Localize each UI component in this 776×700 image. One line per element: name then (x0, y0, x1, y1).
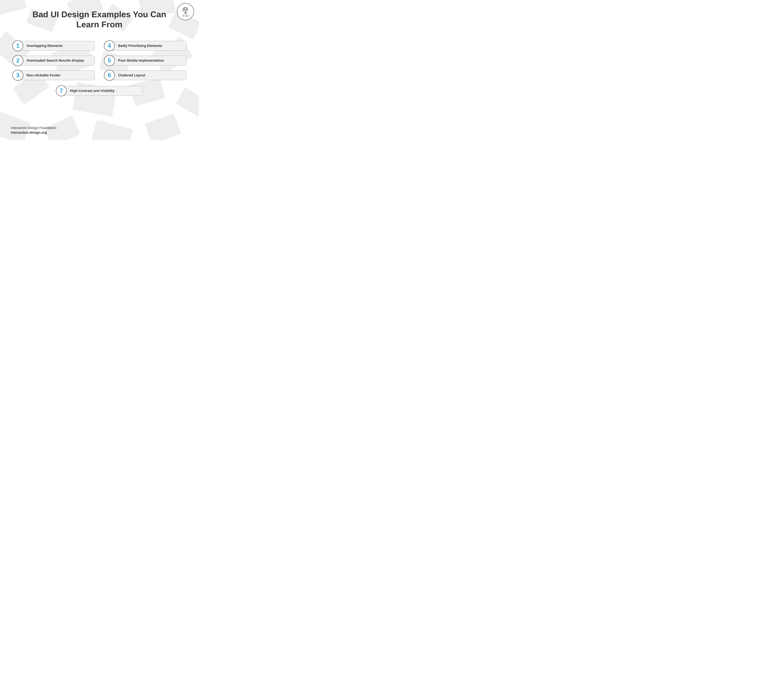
item-number: 4 (104, 40, 115, 51)
page-title: Bad UI Design Examples You Can Learn Fro… (11, 9, 188, 30)
item-number: 2 (12, 55, 23, 66)
svg-rect-10 (187, 10, 188, 11)
svg-rect-5 (184, 9, 185, 10)
svg-rect-3 (187, 8, 188, 9)
list-item: 3 Non-clickable Footer (12, 70, 95, 81)
list-item: 5 Poor Mobile Implementation (104, 55, 186, 66)
item-label: Cluttered Layout (110, 70, 186, 80)
item-label: Overlapping Elements (18, 41, 95, 51)
items-grid: 1 Overlapping Elements 4 Badly Prioritiz… (11, 40, 188, 81)
footer-url: interaction-design.org (11, 130, 57, 135)
footer-org-name: Interaction Design Foundation (11, 126, 57, 130)
svg-rect-8 (183, 10, 184, 11)
footer: Interaction Design Foundation interactio… (11, 126, 57, 135)
svg-rect-9 (185, 10, 186, 11)
item-number: 3 (12, 70, 23, 81)
svg-rect-6 (186, 9, 187, 10)
item-number: 6 (104, 70, 115, 81)
list-item: 6 Cluttered Layout (104, 70, 186, 81)
item-label: Badly Prioritizing Elements (110, 41, 186, 51)
item-label: Non-clickable Footer (18, 70, 95, 80)
item-label: High Contrast and Visibility (61, 86, 143, 96)
item-number: 7 (56, 85, 67, 96)
center-row: 7 High Contrast and Visibility (11, 85, 188, 96)
list-item: 7 High Contrast and Visibility (56, 85, 143, 96)
logo-est-text: Est. 2002 (183, 15, 188, 17)
tree-icon (182, 7, 189, 15)
idf-logo: Est. 2002 (177, 3, 194, 20)
list-item: 2 Overloaded Search Results Display (12, 55, 95, 66)
item-number: 5 (104, 55, 115, 66)
item-number: 1 (12, 40, 23, 51)
list-item: 1 Overlapping Elements (12, 40, 95, 51)
svg-rect-4 (182, 9, 183, 10)
svg-rect-1 (183, 8, 184, 9)
svg-rect-2 (185, 7, 186, 8)
item-label: Overloaded Search Results Display (18, 56, 95, 65)
svg-rect-7 (187, 9, 188, 10)
item-label: Poor Mobile Implementation (110, 56, 186, 65)
list-item: 4 Badly Prioritizing Elements (104, 40, 186, 51)
